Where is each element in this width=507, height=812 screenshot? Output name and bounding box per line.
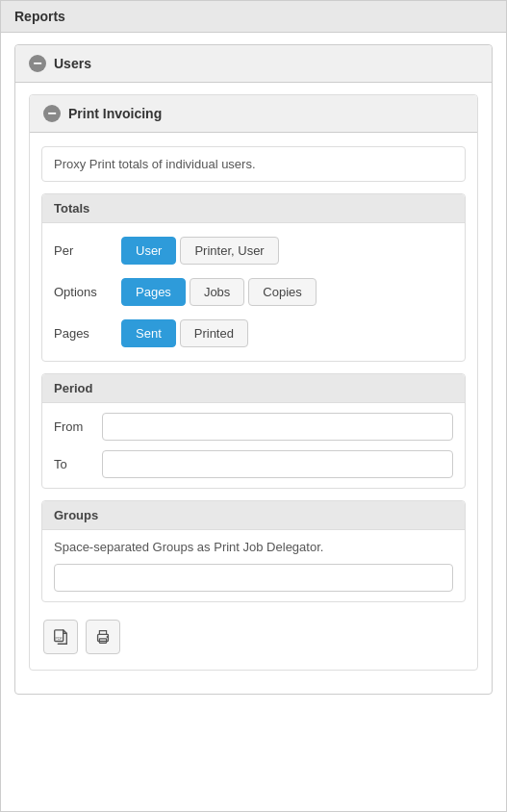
description-text: Proxy Print totals of individual users. [54, 157, 256, 171]
options-label: Options [54, 285, 121, 299]
svg-text:PDF: PDF [56, 637, 63, 641]
users-collapse-icon[interactable]: − [29, 55, 46, 72]
per-printer-user-btn[interactable]: Printer, User [180, 237, 278, 265]
to-label: To [54, 457, 102, 471]
groups-description: Space-separated Groups as Print Job Dele… [54, 540, 453, 554]
options-btn-group: Pages Jobs Copies [121, 278, 317, 306]
totals-header: Totals [42, 194, 465, 223]
pdf-export-btn[interactable]: PDF [43, 620, 78, 654]
print-invoicing-collapse-icon[interactable]: − [43, 105, 61, 122]
pdf-icon: PDF [52, 628, 69, 646]
options-jobs-btn[interactable]: Jobs [190, 278, 244, 306]
totals-label: Totals [54, 201, 89, 216]
page-title: Reports [14, 9, 65, 24]
from-input[interactable] [102, 413, 453, 441]
print-invoicing-label: Print Invoicing [68, 106, 162, 121]
from-input-wrapper [102, 413, 453, 441]
period-section: Period From To [41, 373, 466, 489]
print-invoicing-header[interactable]: − Print Invoicing [30, 95, 477, 133]
totals-section: Totals Per User Printer, User [41, 193, 466, 362]
groups-label: Groups [54, 508, 98, 522]
users-section-label: Users [54, 56, 91, 71]
groups-header: Groups [42, 501, 465, 530]
print-invoicing-section: − Print Invoicing Proxy Print totals of … [29, 94, 478, 671]
totals-body: Per User Printer, User Options Pages [42, 223, 465, 361]
pages-row: Pages Sent Printed [54, 319, 453, 347]
per-btn-group: User Printer, User [121, 237, 279, 265]
from-label: From [54, 419, 102, 434]
print-btn[interactable] [86, 620, 120, 654]
pages-btn-group: Sent Printed [121, 319, 248, 347]
pages-label: Pages [54, 326, 121, 341]
groups-body: Space-separated Groups as Print Job Dele… [42, 530, 465, 601]
pages-sent-btn[interactable]: Sent [121, 319, 176, 347]
print-invoicing-body: Proxy Print totals of individual users. … [30, 133, 477, 670]
options-pages-btn[interactable]: Pages [121, 278, 186, 306]
pages-printed-btn[interactable]: Printed [180, 319, 248, 347]
users-section-header[interactable]: − Users [15, 45, 492, 83]
period-body: From To [42, 403, 465, 488]
from-row: From [54, 413, 453, 441]
svg-point-4 [107, 636, 109, 638]
page-header: Reports [1, 1, 506, 33]
footer-actions: PDF [41, 614, 466, 656]
per-row: Per User Printer, User [54, 237, 453, 265]
per-label: Per [54, 243, 121, 258]
to-input-wrapper [102, 450, 453, 478]
period-label: Period [54, 381, 92, 395]
options-row: Options Pages Jobs Copies [54, 278, 453, 306]
printer-icon [94, 628, 112, 646]
per-user-btn[interactable]: User [121, 237, 176, 265]
to-row: To [54, 450, 453, 478]
groups-input[interactable] [54, 564, 453, 592]
users-section: − Users − Print Invoicing Proxy Print to… [14, 44, 493, 695]
groups-section: Groups Space-separated Groups as Print J… [41, 500, 466, 602]
to-input[interactable] [102, 450, 453, 478]
period-header: Period [42, 374, 465, 403]
description-box: Proxy Print totals of individual users. [41, 146, 466, 182]
users-section-body: − Print Invoicing Proxy Print totals of … [15, 83, 492, 694]
options-copies-btn[interactable]: Copies [248, 278, 316, 306]
